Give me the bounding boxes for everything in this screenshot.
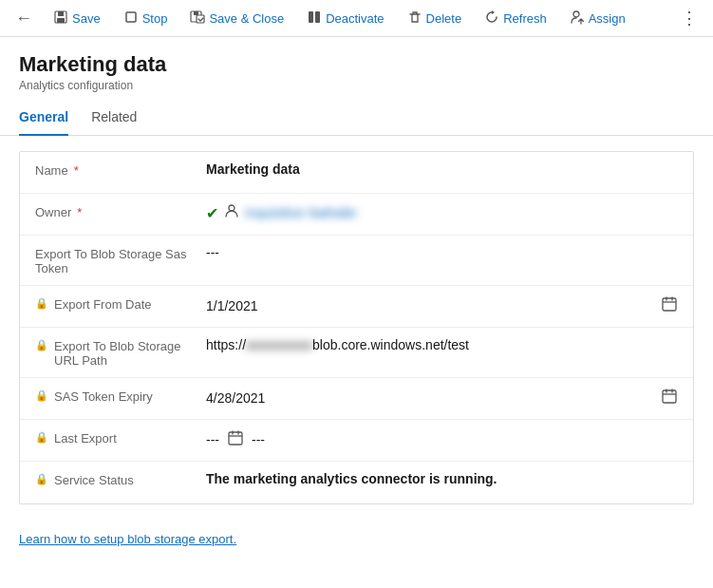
owner-check-icon: ✔ xyxy=(206,204,218,222)
more-icon: ⋮ xyxy=(681,9,698,28)
svg-point-10 xyxy=(229,205,235,211)
svg-rect-5 xyxy=(194,11,198,15)
field-export-from-date: 🔒 Export From Date 1/1/2021 xyxy=(20,286,693,328)
toolbar: ← Save Stop Save & Clos xyxy=(0,0,713,37)
lock-icon-service-status: 🔒 xyxy=(35,473,48,485)
label-last-export: 🔒 Last Export xyxy=(35,429,206,446)
label-owner: Owner * xyxy=(35,203,206,219)
value-owner: ✔ Inquisitive Nathalie xyxy=(206,203,678,222)
owner-person-icon xyxy=(224,203,239,222)
save-icon xyxy=(53,9,68,28)
svg-rect-11 xyxy=(663,298,676,311)
page-subtitle: Analytics configuration xyxy=(19,79,694,92)
label-url-path: 🔒 Export To Blob Storage URL Path xyxy=(35,337,206,368)
value-sas-token: --- xyxy=(206,245,678,260)
field-name: Name * Marketing data xyxy=(20,152,693,194)
status-text: The marketing analytics connector is run… xyxy=(206,471,497,486)
required-indicator-owner: * xyxy=(77,205,82,219)
save-close-label: Save & Close xyxy=(209,11,284,26)
lock-icon-sas-expiry: 🔒 xyxy=(35,389,48,402)
delete-button[interactable]: Delete xyxy=(398,6,472,31)
assign-label: Assign xyxy=(589,11,626,26)
stop-label: Stop xyxy=(142,11,168,26)
form-container: Name * Marketing data Owner * ✔ Inquisit… xyxy=(19,151,694,504)
learn-link[interactable]: Learn how to setup blob storage export. xyxy=(19,532,236,546)
label-service-status: 🔒 Service Status xyxy=(35,471,206,487)
delete-icon xyxy=(407,9,422,28)
last-export-calendar-icon[interactable] xyxy=(227,429,244,449)
stop-button[interactable]: Stop xyxy=(114,6,178,31)
learn-link-container: Learn how to setup blob storage export. xyxy=(0,520,713,561)
save-button[interactable]: Save xyxy=(44,6,110,31)
delete-label: Delete xyxy=(426,11,462,26)
field-sas-token: Export To Blob Storage Sas Token --- xyxy=(20,236,693,286)
value-export-from-date: 1/1/2021 xyxy=(206,295,678,316)
lock-icon-url-path: 🔒 xyxy=(35,339,48,351)
svg-rect-8 xyxy=(315,11,320,23)
value-service-status: The marketing analytics connector is run… xyxy=(206,471,678,486)
field-sas-expiry: 🔒 SAS Token Expiry 4/28/2021 xyxy=(20,378,693,420)
label-name: Name * xyxy=(35,161,206,178)
svg-rect-13 xyxy=(229,432,242,445)
save-label: Save xyxy=(72,11,101,26)
label-export-from-date: 🔒 Export From Date xyxy=(35,295,206,312)
last-export-value2: --- xyxy=(252,432,265,447)
required-indicator: * xyxy=(74,163,79,178)
field-owner: Owner * ✔ Inquisitive Nathalie xyxy=(20,194,693,236)
stop-icon xyxy=(123,9,139,28)
tab-related[interactable]: Related xyxy=(91,102,137,136)
lock-icon-export-from: 🔒 xyxy=(35,297,48,310)
label-sas-expiry: 🔒 SAS Token Expiry xyxy=(35,388,206,404)
value-last-export: --- --- xyxy=(206,429,678,449)
lock-icon-last-export: 🔒 xyxy=(35,431,48,444)
owner-name[interactable]: Inquisitive Nathalie xyxy=(245,205,357,220)
back-button[interactable]: ← xyxy=(8,5,40,32)
refresh-label: Refresh xyxy=(503,11,547,26)
last-export-value1: --- xyxy=(206,432,219,447)
back-icon: ← xyxy=(15,9,32,28)
calendar-icon-export-from[interactable] xyxy=(661,295,678,316)
svg-rect-7 xyxy=(309,11,313,23)
svg-rect-1 xyxy=(58,11,64,16)
field-last-export: 🔒 Last Export --- --- xyxy=(20,420,693,462)
svg-rect-12 xyxy=(663,390,676,403)
refresh-button[interactable]: Refresh xyxy=(475,6,556,31)
assign-button[interactable]: Assign xyxy=(560,6,635,31)
svg-rect-3 xyxy=(126,12,136,22)
page-title: Marketing data xyxy=(19,52,694,77)
more-options-button[interactable]: ⋮ xyxy=(673,4,705,32)
tab-general[interactable]: General xyxy=(19,102,68,136)
save-close-button[interactable]: Save & Close xyxy=(180,6,293,31)
deactivate-label: Deactivate xyxy=(326,11,384,26)
save-close-icon xyxy=(190,9,205,28)
field-url-path: 🔒 Export To Blob Storage URL Path https:… xyxy=(20,328,693,378)
refresh-icon xyxy=(484,9,499,28)
field-service-status: 🔒 Service Status The marketing analytics… xyxy=(20,462,693,503)
value-name: Marketing data xyxy=(206,161,678,177)
value-url-path: https://xxxxxxxxxxblob.core.windows.net/… xyxy=(206,337,678,352)
assign-icon xyxy=(570,9,585,28)
tabs: General Related xyxy=(0,102,713,136)
label-sas-token: Export To Blob Storage Sas Token xyxy=(35,245,206,275)
svg-point-9 xyxy=(573,11,579,17)
last-export-row: --- --- xyxy=(206,429,265,449)
page-header: Marketing data Analytics configuration xyxy=(0,37,713,92)
svg-rect-2 xyxy=(57,18,65,23)
value-sas-expiry: 4/28/2021 xyxy=(206,388,678,408)
deactivate-button[interactable]: Deactivate xyxy=(297,6,393,31)
calendar-icon-sas-expiry[interactable] xyxy=(661,388,678,408)
deactivate-icon xyxy=(307,9,322,28)
